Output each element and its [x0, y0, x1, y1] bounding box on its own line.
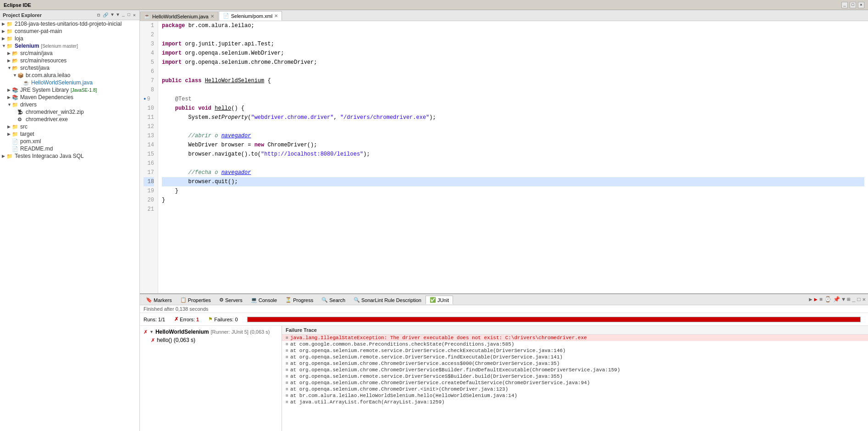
sidebar-item-label: pom.xml	[20, 138, 41, 145]
tab-pom-xml[interactable]: 📄 Selenium/pom.xml ✕	[219, 11, 282, 21]
line-num-18: 18	[144, 177, 154, 186]
code-editor[interactable]: 1 2 3 4 5 6 7 8 ●9 10 11 12 13 14 15 16 …	[140, 21, 868, 293]
sidebar-item-root-project[interactable]: ▶ 📁 2108-java-testes-unitarios-tdd-proje…	[0, 20, 139, 28]
tab-label: JUnit	[437, 297, 449, 303]
stack-line-8[interactable]: ≡ at org.openqa.selenium.chrome.ChromeDr…	[282, 386, 868, 392]
link-with-editor-icon[interactable]: 🔗	[102, 12, 109, 18]
sidebar-item-src[interactable]: ▶ 📁 src	[0, 123, 139, 130]
junit-tree-item-helloworld[interactable]: ✗ ▼ HelloWorldSelenium [Runner: JUnit 5]…	[142, 328, 280, 336]
maximize-view-icon[interactable]: □	[127, 12, 131, 18]
sidebar-item-src-test-java[interactable]: ▼ 📂 src/test/java	[0, 64, 139, 72]
close-button[interactable]: ✕	[858, 2, 864, 8]
xml-file-icon: 📄	[12, 139, 19, 145]
sidebar-item-drivers[interactable]: ▼ 📁 drivers	[0, 101, 139, 108]
stack-line-1[interactable]: ≡ at com.google.common.base.Precondition…	[282, 341, 868, 347]
rerun-icon[interactable]: ▶	[809, 296, 812, 303]
failures-label: Failures:	[214, 317, 233, 322]
sidebar-item-testes[interactable]: ▶ 📁 Testes Integracao Java SQL	[0, 152, 139, 160]
collapse-all-icon[interactable]: ⊟	[96, 12, 101, 18]
filter-icon[interactable]: ▼	[842, 297, 845, 303]
sidebar-item-jre[interactable]: ▶ 📚 JRE System Library [JavaSE-1.8]	[0, 86, 139, 94]
expand-tree-arrow[interactable]: ▼	[149, 330, 154, 334]
sidebar-item-chromedriver-exe[interactable]: ⚙ chromedriver.exe	[0, 116, 139, 123]
stack-line-6[interactable]: ≡ at org.openqa.selenium.remote.service.…	[282, 373, 868, 380]
sidebar-item-readme[interactable]: 📄 README.md	[0, 145, 139, 152]
minimize-view-icon[interactable]: _	[121, 12, 126, 18]
tab-progress[interactable]: ⏳ Progress	[281, 296, 317, 304]
stack-line-3[interactable]: ≡ at org.openqa.selenium.remote.service.…	[282, 354, 868, 360]
sidebar-item-loja[interactable]: ▶ 📁 loja	[0, 35, 139, 42]
sidebar-item-target[interactable]: ▶ 📁 target	[0, 130, 139, 138]
tab-label: Progress	[293, 297, 313, 303]
sidebar-item-chromedriver-zip[interactable]: 🗜 chromedriver_win32.zip	[0, 108, 139, 116]
tab-search[interactable]: 🔍 Search	[317, 296, 349, 304]
arrow-icon: ▶	[2, 29, 6, 34]
sidebar-item-label: src	[20, 123, 28, 130]
servers-icon: ⚙	[219, 297, 224, 303]
maximize-button[interactable]: □	[850, 2, 856, 8]
junit-layout: ✗ ▼ HelloWorldSelenium [Runner: JUnit 5]…	[140, 326, 868, 431]
rerun-failed-icon[interactable]: ▶	[814, 296, 817, 303]
stack-icon-0: ≡	[286, 336, 288, 341]
stack-icon-9: ≡	[286, 393, 288, 398]
stack-icon-2: ≡	[286, 348, 288, 353]
srcfolder-icon: 📂	[12, 58, 19, 64]
tab-properties[interactable]: 📋 Properties	[176, 296, 215, 304]
stack-line-4[interactable]: ≡ at org.openqa.selenium.chrome.ChromeDr…	[282, 360, 868, 367]
sonarlint-icon: 🔍	[354, 297, 360, 303]
window-title: Eclipse IDE	[4, 2, 31, 8]
line-num-11: 11	[144, 113, 154, 122]
maximize-panel-icon[interactable]: □	[857, 297, 861, 303]
minimize-button[interactable]: _	[841, 2, 848, 8]
layout-icon[interactable]: ⊞	[847, 296, 850, 303]
tab-servers[interactable]: ⚙ Servers	[215, 296, 247, 304]
sidebar-item-package[interactable]: ▼ 📦 br.com.alura.leilao	[0, 72, 139, 79]
failures-stat: ⚑ Failures: 0	[208, 316, 238, 322]
errors-stat: ✗ Errors: 1	[174, 316, 199, 322]
stack-line-10[interactable]: ≡ at java.util.ArrayList.forEach(ArrayLi…	[282, 399, 868, 405]
history-icon[interactable]: ⌚	[824, 296, 831, 303]
tab-close-button[interactable]: ✕	[274, 13, 278, 18]
tab-close-button[interactable]: ✕	[210, 14, 214, 19]
close-view-icon[interactable]: ✕	[132, 12, 137, 18]
minimize-panel-icon[interactable]: _	[852, 297, 855, 303]
junit-content: Finished after 0,138 seconds Runs: 1/1 ✗…	[140, 305, 868, 431]
sidebar-item-pom[interactable]: 📄 pom.xml	[0, 138, 139, 145]
junit-tree-item-hello[interactable]: ✗ hello() (0,063 s)	[142, 336, 280, 344]
pin-icon[interactable]: 📌	[833, 296, 840, 303]
tab-helloworld[interactable]: ☕ HelloWorldSelenium.java ✕	[140, 11, 218, 21]
line-num-10: 10	[144, 104, 154, 113]
sidebar-item-src-main-resources[interactable]: ▶ 📂 src/main/resources	[0, 57, 139, 64]
tab-console[interactable]: 💻 Console	[247, 296, 281, 304]
sidebar-item-badge: [JavaSE-1.8]	[71, 88, 97, 93]
tab-markers[interactable]: 🔖 Markers	[142, 296, 176, 304]
line-num-8: 8	[144, 85, 154, 95]
stop-icon[interactable]: ■	[819, 297, 823, 303]
xml-tab-icon: 📄	[223, 13, 229, 19]
sidebar-item-src-main-java[interactable]: ▶ 📂 src/main/java	[0, 50, 139, 57]
filter-icon[interactable]: ▼	[110, 12, 115, 18]
stack-text-5: at org.openqa.selenium.chrome.ChromeDriv…	[290, 367, 620, 373]
line-num-20: 20	[144, 196, 154, 205]
sidebar-item-label: 2108-java-testes-unitarios-tdd-projeto-i…	[15, 21, 122, 27]
arrow-icon: ▶	[2, 36, 6, 41]
code-line-1: package br.com.alura.leilao;	[162, 21, 864, 30]
tab-junit[interactable]: ✅ JUnit	[426, 296, 453, 304]
sidebar-item-consumer[interactable]: ▶ 📁 consumer-pat-main	[0, 28, 139, 35]
stack-line-7[interactable]: ≡ at org.openqa.selenium.chrome.ChromeDr…	[282, 380, 868, 386]
project-explorer: Project Explorer ⊟ 🔗 ▼ ▼ _ □ ✕ ▶ 📁 2108-…	[0, 10, 140, 431]
tab-sonarlint[interactable]: 🔍 SonarLint Rule Description	[349, 296, 426, 304]
sidebar-item-helloworld[interactable]: ☕ HelloWorldSelenium.java	[0, 79, 139, 86]
stack-text-9: at br.com.alura.leilao.HelloWorldSeleniu…	[290, 393, 517, 398]
sidebar-menu-icon[interactable]: ▼	[116, 12, 120, 18]
stack-line-5[interactable]: ≡ at org.openqa.selenium.chrome.ChromeDr…	[282, 367, 868, 373]
sidebar-item-maven[interactable]: ▶ 📚 Maven Dependencies	[0, 94, 139, 101]
stack-line-9[interactable]: ≡ at br.com.alura.leilao.HelloWorldSelen…	[282, 392, 868, 399]
sidebar-item-selenium[interactable]: ▼ 📁 Selenium [Selenium master]	[0, 42, 139, 50]
close-panel-icon[interactable]: ✕	[862, 296, 866, 303]
markers-icon: 🔖	[146, 297, 152, 303]
stack-line-0[interactable]: ≡ java.lang.IllegalStateException: The d…	[282, 335, 868, 341]
sidebar-item-label: JRE System Library	[20, 87, 69, 93]
code-content[interactable]: package br.com.alura.leilao; import org.…	[158, 21, 868, 293]
stack-line-2[interactable]: ≡ at org.openqa.selenium.remote.service.…	[282, 347, 868, 354]
